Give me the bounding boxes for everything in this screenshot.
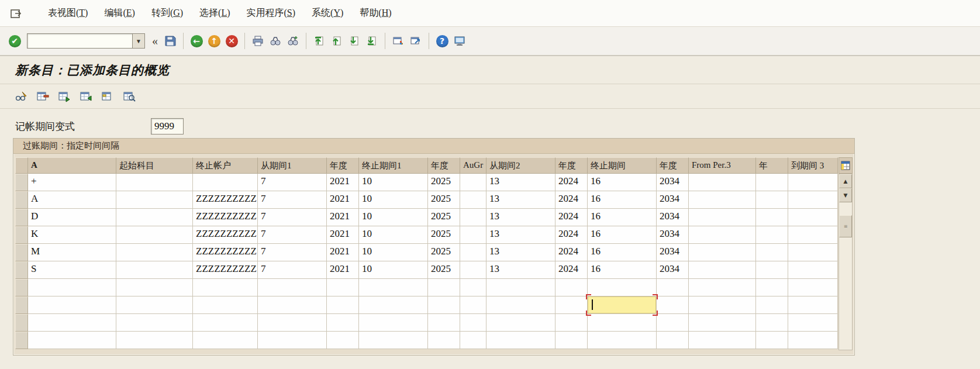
table-cell[interactable] xyxy=(788,209,838,226)
table-cell[interactable]: 10 xyxy=(359,209,428,226)
table-cell[interactable]: ZZZZZZZZZZ xyxy=(193,209,258,226)
table-cell[interactable]: 13 xyxy=(486,261,555,279)
menu-selection[interactable]: 选择(L) xyxy=(191,5,238,22)
table-cell[interactable] xyxy=(689,314,756,332)
table-cell[interactable] xyxy=(460,226,486,244)
scrollbar-thumb[interactable]: ≡ xyxy=(839,215,852,237)
scroll-up-button[interactable]: ▲ xyxy=(839,174,852,188)
table-cell[interactable] xyxy=(258,332,327,349)
table-cell[interactable] xyxy=(460,279,486,296)
table-cell[interactable] xyxy=(756,296,788,314)
column-header[interactable]: 年度 xyxy=(327,157,359,174)
menu-system[interactable]: 系统(Y) xyxy=(303,5,351,22)
table-cell[interactable]: 16 xyxy=(588,191,657,209)
table-cell[interactable] xyxy=(193,332,258,349)
table-cell[interactable]: 13 xyxy=(486,209,555,226)
menu-utilities[interactable]: 实用程序(S) xyxy=(239,5,304,22)
column-header[interactable]: A xyxy=(28,157,116,174)
table-cell[interactable] xyxy=(788,332,838,349)
row-selector[interactable] xyxy=(15,174,28,191)
table-cell[interactable]: 2025 xyxy=(428,191,460,209)
delete-entry-button[interactable] xyxy=(34,89,51,104)
table-cell[interactable]: 2024 xyxy=(555,174,588,191)
table-cell[interactable] xyxy=(460,261,486,279)
table-cell[interactable] xyxy=(555,332,588,349)
table-cell[interactable] xyxy=(258,279,327,296)
table-cell[interactable]: 16 xyxy=(588,226,657,244)
table-cell[interactable]: 2034 xyxy=(657,209,689,226)
table-cell[interactable] xyxy=(116,209,193,226)
table-cell[interactable] xyxy=(486,314,555,332)
row-selector[interactable] xyxy=(15,209,28,226)
column-header[interactable]: 年度 xyxy=(555,157,588,174)
table-cell[interactable] xyxy=(116,314,193,332)
toggle-display-change-button[interactable] xyxy=(13,89,29,104)
table-cell[interactable]: 2025 xyxy=(428,209,460,226)
table-cell[interactable] xyxy=(359,296,428,314)
table-cell[interactable] xyxy=(788,226,838,244)
table-cell[interactable] xyxy=(486,332,555,349)
table-cell[interactable] xyxy=(28,296,116,314)
menu-edit[interactable]: 编辑(E) xyxy=(96,5,143,22)
page-up-button[interactable] xyxy=(329,33,345,49)
table-config-button[interactable] xyxy=(838,157,853,174)
table-cell[interactable]: 2021 xyxy=(327,226,359,244)
table-cell[interactable] xyxy=(555,296,588,314)
column-header[interactable]: 年 xyxy=(756,157,788,174)
table-cell[interactable] xyxy=(116,332,193,349)
table-cell[interactable]: 13 xyxy=(486,174,555,191)
table-cell[interactable] xyxy=(116,191,193,209)
column-header[interactable]: 到期间 3 xyxy=(788,157,838,174)
vertical-scrollbar[interactable]: ▲ ▼ ≡ xyxy=(838,174,853,350)
table-cell[interactable]: 2021 xyxy=(327,261,359,279)
table-cell[interactable] xyxy=(116,296,193,314)
table-cell[interactable] xyxy=(460,209,486,226)
table-cell[interactable]: 2025 xyxy=(428,261,460,279)
command-dropdown-button[interactable]: ▼ xyxy=(132,33,145,49)
table-cell[interactable]: ZZZZZZZZZZ xyxy=(193,191,258,209)
table-cell[interactable] xyxy=(788,296,838,314)
table-cell[interactable] xyxy=(756,191,788,209)
table-cell[interactable]: 16 xyxy=(588,174,657,191)
table-cell[interactable] xyxy=(689,191,756,209)
select-block-button[interactable] xyxy=(99,89,116,104)
table-cell[interactable] xyxy=(689,244,756,261)
table-cell[interactable]: 10 xyxy=(359,226,428,244)
table-cell[interactable]: 2021 xyxy=(327,191,359,209)
enter-button[interactable]: ✔ xyxy=(6,33,23,49)
table-cell[interactable]: A xyxy=(28,191,116,209)
row-selector[interactable] xyxy=(15,332,28,349)
back-button[interactable]: ← xyxy=(188,33,205,49)
table-cell[interactable]: 16 xyxy=(588,261,657,279)
create-shortcut-button[interactable] xyxy=(408,33,424,49)
last-page-button[interactable] xyxy=(364,33,380,49)
table-cell[interactable]: 7 xyxy=(258,226,327,244)
table-cell[interactable] xyxy=(193,314,258,332)
table-cell[interactable]: 16 xyxy=(588,244,657,261)
table-cell[interactable] xyxy=(460,174,486,191)
table-cell[interactable]: 10 xyxy=(359,244,428,261)
table-cell[interactable]: 2034 xyxy=(657,226,689,244)
insert-row-button[interactable] xyxy=(78,89,94,104)
table-cell[interactable]: 2024 xyxy=(555,191,588,209)
table-cell[interactable] xyxy=(116,244,193,261)
table-cell[interactable]: 13 xyxy=(486,244,555,261)
table-cell[interactable] xyxy=(788,261,838,279)
table-cell[interactable] xyxy=(657,332,689,349)
menu-help[interactable]: 帮助(H) xyxy=(351,5,399,22)
find-next-button[interactable] xyxy=(285,33,301,49)
table-cell[interactable] xyxy=(788,174,838,191)
table-cell[interactable] xyxy=(657,296,689,314)
table-cell[interactable] xyxy=(689,296,756,314)
table-cell[interactable]: 16 xyxy=(588,209,657,226)
table-cell[interactable] xyxy=(116,174,193,191)
table-cell[interactable] xyxy=(486,296,555,314)
table-cell[interactable] xyxy=(788,314,838,332)
table-cell[interactable] xyxy=(28,314,116,332)
help-button[interactable]: ? xyxy=(434,33,450,49)
row-selector[interactable] xyxy=(15,226,28,244)
table-cell[interactable]: 2024 xyxy=(555,244,588,261)
customize-layout-button[interactable] xyxy=(451,33,468,49)
table-cell[interactable]: 2024 xyxy=(555,226,588,244)
table-cell[interactable]: + xyxy=(28,174,116,191)
